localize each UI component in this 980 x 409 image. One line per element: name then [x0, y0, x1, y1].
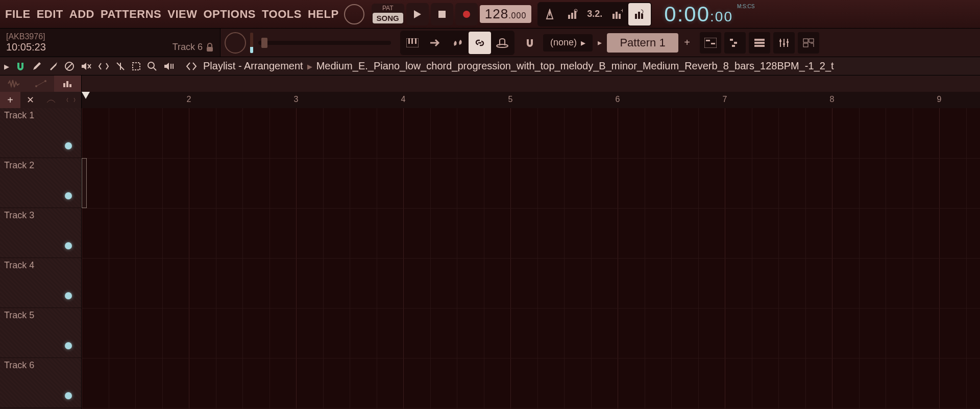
loop-record-button[interactable]: + [606, 3, 628, 25]
menu-file[interactable]: FILE [5, 8, 31, 21]
playlist-title[interactable]: Playlist - Arrangement [203, 60, 303, 72]
tab-automation[interactable] [27, 75, 54, 92]
menu-view[interactable]: VIEW [167, 8, 197, 21]
tab-audio[interactable] [0, 75, 27, 92]
track-enable-dot[interactable] [65, 242, 72, 249]
preview-tool[interactable] [186, 61, 197, 71]
svg-rect-34 [787, 41, 789, 43]
playlist-filename[interactable]: Medium_E._Piano_low_chord_progression_wi… [316, 60, 834, 72]
svg-rect-14 [207, 47, 213, 52]
hint-tag: [AKB3976] [6, 32, 214, 41]
menu-edit[interactable]: EDIT [37, 8, 63, 21]
metronome-icon [544, 9, 555, 20]
time-main: 0:00 [664, 2, 710, 27]
timeline-ruler[interactable]: 23456789 [82, 75, 980, 108]
lock-icon [206, 43, 214, 52]
svg-rect-22 [711, 43, 715, 44]
midi-options [400, 31, 514, 55]
tab-pattern[interactable] [54, 75, 81, 92]
svg-rect-32 [779, 40, 781, 42]
tempo-display[interactable]: 128.000 [480, 5, 532, 23]
svg-point-2 [463, 11, 470, 18]
track-enable-dot[interactable] [65, 392, 72, 399]
fade-tool[interactable] [41, 92, 61, 108]
midi-out-button[interactable] [424, 32, 446, 54]
playlist-menu-button[interactable]: ▸ [4, 60, 9, 72]
track-enable-dot[interactable] [65, 192, 72, 199]
slip-tool[interactable] [98, 62, 109, 70]
select-tool[interactable] [132, 62, 141, 71]
channel-rack-window-button[interactable] [749, 32, 770, 54]
menu-tools[interactable]: TOOLS [262, 8, 302, 21]
stretch-tool[interactable] [61, 92, 81, 108]
track-header[interactable]: Track 6 [0, 358, 81, 408]
playhead-marker[interactable] [82, 92, 90, 99]
track-header[interactable]: Track 3 [0, 208, 81, 258]
pattern-prev-button[interactable]: ▸ [598, 38, 602, 47]
playlist-window-button[interactable] [700, 32, 721, 54]
piano-icon [406, 38, 419, 47]
track-header[interactable]: Track 1 [0, 108, 81, 158]
add-track-button[interactable]: + [0, 92, 20, 108]
hat-icon [496, 38, 508, 48]
menu-add[interactable]: ADD [69, 8, 94, 21]
browser-window-button[interactable] [798, 32, 819, 54]
song-position-display[interactable]: 0:00:00 [664, 2, 733, 27]
main-pitch-knob[interactable] [344, 4, 364, 24]
live-mode-button[interactable] [491, 32, 513, 54]
mixer-window-button[interactable] [773, 32, 795, 54]
pat-song-switch[interactable]: PAT SONG [372, 4, 404, 24]
main-volume-knob[interactable] [225, 32, 246, 54]
clip-outline[interactable] [82, 158, 87, 208]
zoom-tool[interactable] [147, 61, 157, 71]
playlist-toolbar: ▸ Playlist - Arrangement ▸ Medium_E._Pia… [0, 57, 980, 75]
close-tool[interactable]: ✕ [20, 92, 41, 108]
svg-rect-46 [173, 64, 174, 69]
pattern-selector[interactable]: Pattern 1 [607, 33, 678, 53]
menu-help[interactable]: HELP [308, 8, 339, 21]
playback-tool[interactable] [163, 61, 175, 71]
magnet-tool[interactable] [15, 61, 26, 71]
countdown-button[interactable] [561, 3, 583, 25]
menu-options[interactable]: OPTIONS [204, 8, 256, 21]
main-slider[interactable] [258, 41, 391, 45]
track-enable-dot[interactable] [65, 342, 72, 349]
play-icon [414, 10, 421, 18]
step-edit-button[interactable] [628, 3, 651, 25]
play-button[interactable] [406, 3, 429, 25]
menu-patterns[interactable]: PATTERNS [101, 8, 161, 21]
track-grid[interactable] [82, 108, 980, 409]
stretch-icon [66, 97, 76, 103]
link-button[interactable] [469, 32, 491, 54]
snap-magnet-button[interactable] [519, 32, 541, 54]
stop-button[interactable] [431, 3, 453, 25]
tempo-frac: .000 [508, 11, 526, 20]
typing-keyboard-button[interactable] [401, 32, 424, 54]
metronome-button[interactable] [538, 3, 561, 25]
stop-icon [438, 11, 446, 18]
step-input-button[interactable] [446, 32, 469, 54]
piano-roll-window-button[interactable] [724, 32, 746, 54]
track-name: Track 5 [4, 310, 77, 321]
track-enable-dot[interactable] [65, 292, 72, 299]
mute-tool[interactable] [81, 61, 92, 71]
svg-rect-50 [63, 83, 65, 87]
slice-tool[interactable] [115, 61, 126, 71]
track-header[interactable]: Track 5 [0, 308, 81, 358]
record-button[interactable] [455, 3, 478, 25]
ruler-number: 2 [187, 95, 191, 104]
draw-tool[interactable] [32, 61, 42, 71]
delete-tool[interactable] [64, 61, 75, 71]
paint-tool[interactable] [48, 61, 58, 71]
overdub-button[interactable]: 3.2. [583, 3, 606, 25]
fade-icon [46, 96, 56, 104]
overdub-icon: 3.2. [587, 9, 602, 19]
track-enable-dot[interactable] [65, 142, 72, 149]
snap-selector[interactable]: (none) ▸ [543, 34, 593, 52]
slice-icon [115, 61, 126, 71]
svg-rect-9 [619, 14, 621, 19]
add-pattern-button[interactable]: + [680, 36, 694, 49]
track-header[interactable]: Track 4 [0, 258, 81, 308]
track-header[interactable]: Track 2 [0, 158, 81, 208]
svg-rect-23 [730, 39, 733, 41]
